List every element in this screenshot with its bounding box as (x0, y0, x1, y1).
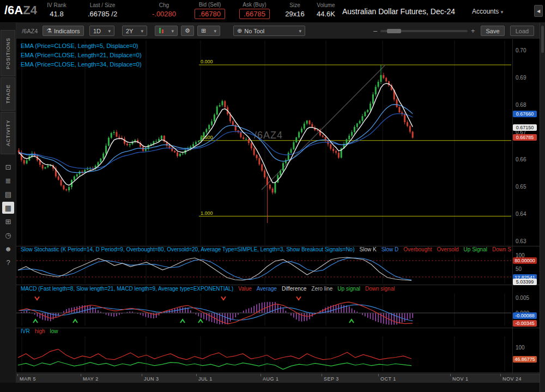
axis-label: 0.66 (516, 156, 526, 162)
time-axis-label: JUN 3 (144, 376, 159, 382)
right-scrollbar[interactable] (540, 23, 545, 392)
candles (18, 65, 414, 223)
collapse-panel-button[interactable]: ◀ (534, 5, 543, 17)
chg-value: -.00280 (143, 10, 185, 18)
flask-icon: ⚗ (46, 27, 52, 34)
ask-stat: Ask (Buy) .66785 (233, 2, 276, 19)
symbol-title: /6AZ4 (4, 3, 37, 17)
save-button[interactable]: Save (481, 26, 505, 36)
left-sidebar: POSITIONSTRADEACTIVITY ⊡≣▤▦⊞◷☻? (0, 23, 16, 392)
watchlist-icon[interactable]: ≣ (2, 174, 14, 186)
ivr-chart[interactable] (16, 336, 512, 371)
price-chart[interactable]: 0.0000.5001.000 (16, 40, 512, 245)
iv-rank-label: IV Rank (43, 2, 71, 8)
time-axis-label: MAR 5 (20, 376, 36, 382)
ivr-panel-header: IVRhighlow (21, 328, 511, 335)
macd-panel-header: MACD (Fast length=8, Slow length=21, MAC… (21, 286, 511, 293)
macd-chart[interactable] (16, 293, 512, 326)
svg-text:1.000: 1.000 (201, 210, 213, 216)
chevron-left-icon: ◀ (537, 9, 540, 14)
monitor-icon[interactable]: ⊡ (2, 161, 14, 173)
drawing-tool-select[interactable]: ⊕ No Tool ▾ (233, 26, 305, 36)
contract-title: Australian Dollar Futures, Dec-24 (342, 7, 455, 16)
legend-item: Up signal (337, 286, 360, 292)
ask-button[interactable]: .66785 (239, 9, 270, 19)
volume-value: 44.6K (312, 10, 340, 18)
price-bubble: 5.03399 (513, 279, 537, 285)
study-label-ema34[interactable]: EMA (Price=CLOSE, Length=34, Displace=0) (21, 61, 142, 68)
stochastic-chart[interactable] (16, 254, 512, 284)
chevron-down-icon: ▾ (214, 28, 216, 34)
chevron-down-icon: ▾ (171, 28, 174, 34)
chart-toolbar: /6AZ4 ⚗ Indicators 1D▾ 2Y▾ ▾ ⚙ ⊞ ▾ ⊕ No … (16, 23, 540, 39)
price-bubble: 0.66785 (513, 134, 537, 141)
time-axis-label: MAY 2 (83, 376, 99, 382)
size-value: 29x16 (281, 10, 308, 18)
timeframe-select[interactable]: 1D▾ (89, 26, 114, 36)
price-bubble: 46.86775 (513, 356, 537, 363)
size-stat: Size 29x16 (281, 2, 308, 18)
volume-label: Volume (312, 2, 340, 8)
toolbar-symbol-label: /6AZ4 (22, 28, 38, 34)
accounts-menu[interactable]: Accounts ▾ (472, 8, 503, 15)
grid-icon[interactable]: ⊞ (2, 215, 14, 227)
legend-item: Slow D (382, 246, 399, 252)
scrollbar-thumb[interactable] (541, 26, 544, 53)
crosshair-icon: ⊕ (237, 27, 242, 34)
axis-label: 0.69 (516, 75, 526, 81)
time-axis-label: SEP 3 (324, 376, 339, 382)
ivr-study-label[interactable]: IVR (21, 328, 30, 334)
chg-stat: Chg -.00280 (143, 2, 185, 18)
legend-item: Average (257, 286, 277, 292)
legend-item: high (35, 328, 45, 334)
legend-item: Zero line (311, 286, 332, 292)
bid-button[interactable]: .66780 (195, 9, 225, 19)
help-icon[interactable]: ? (2, 256, 14, 268)
history-icon[interactable]: ◷ (2, 229, 14, 241)
time-axis-label: OCT 1 (380, 376, 396, 382)
time-axis[interactable]: MAR 5MAY 2JUN 3JUL 1AUG 1SEP 3OCT 1NOV 1… (16, 373, 540, 383)
last-size-label: Last / Size (75, 2, 130, 8)
axis-label: 0.63 (516, 238, 526, 244)
iv-rank-value: 41.8 (43, 10, 71, 18)
bottom-strip (0, 383, 545, 392)
symbol-root: /6A (4, 3, 23, 17)
legend-item: Slow K (360, 246, 377, 252)
briefcase-icon[interactable]: ▤ (2, 188, 14, 200)
chevron-down-icon: ▾ (501, 9, 504, 15)
volume-stat: Volume 44.6K (312, 2, 340, 18)
stoch-study-label[interactable]: Slow Stochastic (K Period=14, D Period=9… (21, 246, 355, 252)
last-size-stat: Last / Size .66785 /2 (75, 2, 130, 18)
axis-label: 0.68 (516, 102, 526, 108)
legend-item: Oversold (437, 246, 459, 252)
chart-settings-button[interactable]: ⚙ (181, 26, 194, 36)
axis-label: 0.65 (516, 184, 526, 190)
study-label-ema5[interactable]: EMA (Price=CLOSE, Length=5, Displace=0) (21, 43, 138, 49)
zoom-out-button[interactable]: – (373, 27, 377, 35)
time-axis-label: JUL 1 (198, 376, 213, 382)
trading-platform: /6AZ4 IV Rank 41.8 Last / Size .66785 /2… (0, 0, 545, 392)
layout-select[interactable]: ⊞ ▾ (197, 26, 220, 36)
legend-item: Down signal (365, 286, 395, 292)
range-select[interactable]: 2Y▾ (122, 26, 147, 36)
symbol-watermark: /6AZ4 (254, 130, 283, 141)
bid-stat: Bid (Sell) .66780 (189, 2, 231, 19)
axis-label: 100 (516, 345, 525, 351)
zoom-slider-handle[interactable] (387, 29, 401, 33)
chart-style-select[interactable]: ▾ (155, 26, 178, 36)
sidebar-tab-positions[interactable]: POSITIONS (1, 30, 15, 76)
price-bubble: -0.00345 (513, 320, 537, 327)
svg-text:0.000: 0.000 (201, 59, 213, 64)
sidebar-tab-trade[interactable]: TRADE (1, 77, 15, 111)
time-axis-label: NOV 24 (502, 376, 522, 382)
axis-label: 0.70 (516, 47, 526, 53)
indicators-button[interactable]: ⚗ Indicators (43, 26, 84, 36)
study-label-ema21[interactable]: EMA (Price=CLOSE, Length=21, Displace=0) (21, 52, 142, 58)
zoom-in-button[interactable]: + (471, 27, 475, 35)
sidebar-tab-activity[interactable]: ACTIVITY (1, 112, 15, 154)
chart-icon[interactable]: ▦ (2, 202, 14, 214)
price-bubble: -0.00088 (513, 312, 537, 319)
macd-study-label[interactable]: MACD (Fast length=8, Slow length=21, MAC… (21, 286, 233, 292)
price-bubble: 0.67660 (513, 111, 537, 117)
community-icon[interactable]: ☻ (2, 243, 14, 255)
